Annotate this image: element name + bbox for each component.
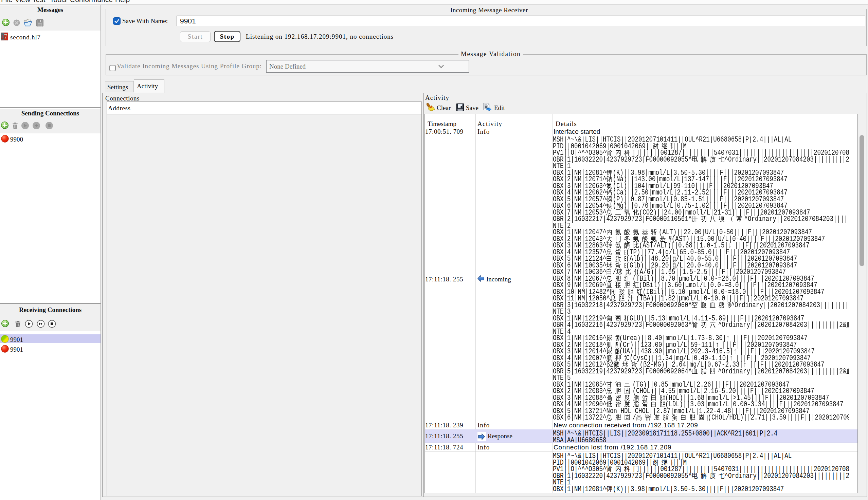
svg-text:7: 7: [4, 33, 8, 41]
